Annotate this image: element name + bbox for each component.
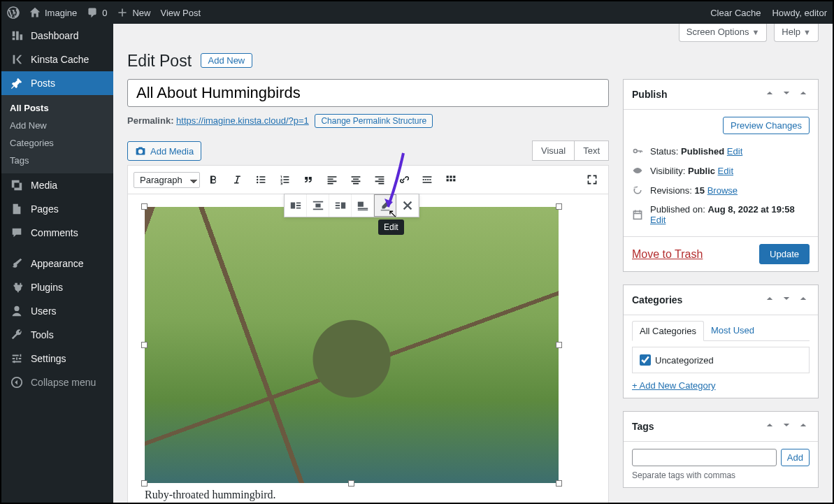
menu-dashboard[interactable]: Dashboard	[1, 24, 113, 48]
menu-media[interactable]: Media	[1, 173, 113, 197]
clear-cache[interactable]: Clear Cache	[710, 8, 761, 18]
home-icon	[29, 7, 41, 18]
dashboard-icon	[10, 29, 24, 42]
image-caption[interactable]: Ruby-throated hummingbird.	[145, 489, 591, 501]
permalink-link[interactable]: https://imagine.kinsta.cloud/?p=1	[176, 115, 309, 126]
svg-rect-4	[447, 175, 449, 178]
screen-options-button[interactable]: Screen Options▼	[679, 24, 768, 42]
toggle-icon[interactable]	[797, 87, 810, 102]
readmore-button[interactable]	[417, 170, 438, 189]
align-right-image[interactable]	[329, 194, 352, 217]
menu-users[interactable]: Users	[1, 299, 113, 323]
toggle-icon[interactable]	[797, 292, 810, 308]
move-to-trash[interactable]: Move to Trash	[632, 248, 703, 261]
menu-plugins[interactable]: Plugins	[1, 275, 113, 299]
menu-settings[interactable]: Settings	[1, 347, 113, 370]
wp-logo[interactable]	[7, 6, 20, 19]
brush-icon	[10, 257, 24, 270]
move-up-icon[interactable]	[763, 292, 776, 308]
post-title-input[interactable]	[127, 79, 609, 107]
align-none-image[interactable]	[352, 194, 374, 217]
media-icon	[10, 179, 24, 192]
svg-rect-8	[450, 179, 452, 181]
move-up-icon[interactable]	[763, 87, 776, 102]
resize-handle[interactable]	[556, 203, 562, 210]
move-down-icon[interactable]	[780, 292, 793, 308]
browse-revisions[interactable]: Browse	[707, 185, 738, 196]
tab-text[interactable]: Text	[575, 141, 609, 161]
publish-title: Publish	[632, 89, 668, 100]
submenu-tags[interactable]: Tags	[1, 152, 113, 169]
add-new-button[interactable]: Add New	[201, 53, 253, 68]
comments-link[interactable]: 0	[87, 7, 107, 18]
update-button[interactable]: Update	[759, 244, 810, 264]
tab-most-used[interactable]: Most Used	[704, 321, 761, 340]
menu-tools[interactable]: Tools	[1, 323, 113, 347]
align-center-image[interactable]	[307, 194, 329, 217]
tags-input[interactable]	[632, 449, 777, 466]
align-left-image[interactable]	[285, 194, 307, 217]
menu-posts[interactable]: Posts	[1, 71, 113, 95]
category-uncategorized[interactable]: Uncategorized	[640, 354, 802, 366]
editor-canvas[interactable]: Edit ↖ Ruby-throated hummingbird.	[127, 194, 609, 503]
view-post[interactable]: View Post	[161, 8, 201, 18]
move-up-icon[interactable]	[763, 419, 776, 434]
align-left-button[interactable]	[322, 170, 343, 189]
new-content[interactable]: New	[117, 7, 150, 18]
menu-appearance[interactable]: Appearance	[1, 252, 113, 275]
change-permalink-button[interactable]: Change Permalink Structure	[315, 114, 433, 128]
svg-rect-6	[453, 175, 455, 178]
italic-button[interactable]	[227, 170, 247, 189]
category-checkbox[interactable]	[640, 354, 651, 366]
move-down-icon[interactable]	[780, 87, 793, 102]
format-select[interactable]: Paragraph	[134, 172, 200, 188]
resize-handle[interactable]	[556, 480, 562, 487]
resize-handle[interactable]	[348, 480, 354, 487]
user-icon	[10, 305, 24, 317]
tooltip-edit: Edit	[378, 219, 404, 235]
edit-visibility[interactable]: Edit	[718, 166, 733, 176]
bullet-list-button[interactable]	[250, 170, 271, 189]
howdy[interactable]: Howdy, editor	[772, 8, 827, 18]
resize-handle[interactable]	[556, 342, 562, 348]
edit-date[interactable]: Edit	[650, 215, 666, 225]
menu-pages[interactable]: Pages	[1, 197, 113, 221]
svg-rect-13	[357, 202, 363, 207]
submenu-categories[interactable]: Categories	[1, 134, 113, 152]
categories-box: Categories All Categories Most Used	[623, 285, 819, 398]
help-button[interactable]: Help▼	[774, 24, 819, 42]
toolbar-toggle-button[interactable]	[440, 170, 461, 189]
collapse-menu[interactable]: Collapse menu	[1, 370, 113, 394]
edit-status[interactable]: Edit	[727, 146, 742, 157]
add-new-category[interactable]: + Add New Category	[632, 380, 716, 391]
tab-visual[interactable]: Visual	[532, 141, 575, 161]
submenu-all-posts[interactable]: All Posts	[1, 99, 113, 117]
plug-icon	[10, 281, 24, 294]
menu-comments[interactable]: Comments	[1, 221, 113, 245]
submenu-add-new[interactable]: Add New	[1, 117, 113, 134]
preview-changes-button[interactable]: Preview Changes	[723, 117, 810, 134]
revisions-icon	[632, 185, 645, 196]
align-center-button[interactable]	[345, 170, 366, 189]
toggle-icon[interactable]	[797, 419, 810, 434]
site-name[interactable]: Imagine	[29, 7, 77, 18]
admin-sidebar: Dashboard Kinsta Cache Posts All Posts A…	[1, 24, 113, 503]
move-down-icon[interactable]	[780, 419, 793, 434]
svg-rect-10	[290, 203, 294, 209]
inserted-image[interactable]: Edit ↖	[145, 207, 559, 483]
add-tag-button[interactable]: Add	[781, 449, 810, 466]
quote-button[interactable]	[298, 170, 319, 189]
bold-button[interactable]	[203, 170, 224, 189]
number-list-button[interactable]	[274, 170, 295, 189]
resize-handle[interactable]	[141, 480, 148, 487]
resize-handle[interactable]	[141, 342, 148, 348]
tab-all-categories[interactable]: All Categories	[632, 321, 704, 341]
fullscreen-button[interactable]	[582, 170, 603, 189]
svg-point-14	[633, 150, 637, 153]
add-media-button[interactable]: Add Media	[127, 141, 201, 161]
resize-handle[interactable]	[141, 203, 148, 210]
plus-icon	[117, 7, 128, 18]
svg-point-3	[257, 182, 258, 183]
tags-help-text: Separate tags with commas	[632, 470, 810, 480]
menu-kinsta[interactable]: Kinsta Cache	[1, 48, 113, 71]
